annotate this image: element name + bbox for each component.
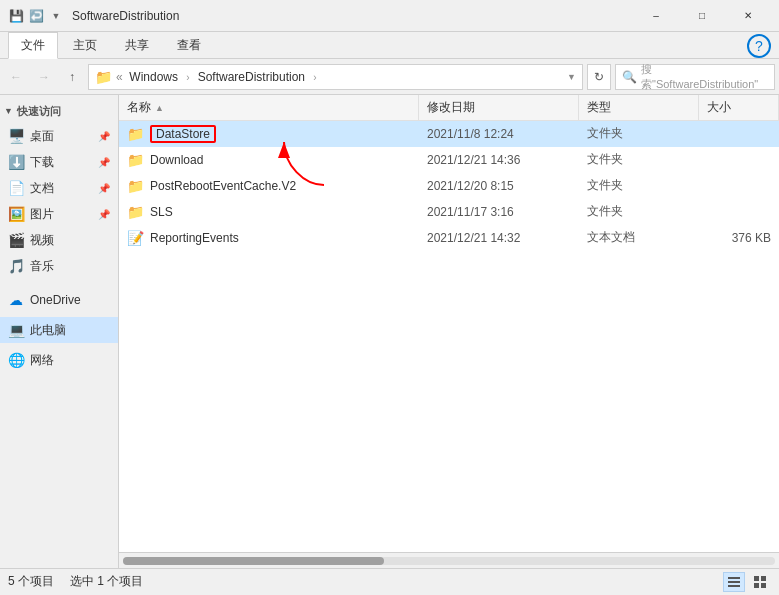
svg-rect-2	[728, 581, 740, 583]
help-button[interactable]: ?	[747, 34, 771, 58]
address-box[interactable]: 📁 « Windows › SoftwareDistribution › ▼	[88, 64, 583, 90]
main-content: ▼ 快速访问 🖥️ 桌面 📌 ⬇️ 下载 📌 📄 文档 📌 🖼️ 图片 📌 🎬 …	[0, 95, 779, 568]
file-row-datastore[interactable]: 📁 DataStore 2021/11/8 12:24 文件夹	[119, 121, 779, 147]
search-box[interactable]: 🔍 搜索"SoftwareDistribution"	[615, 64, 775, 90]
breadcrumb-chevron1: ›	[183, 72, 192, 83]
undo-icon[interactable]: ↩️	[28, 8, 44, 24]
file-icon-reporting: 📝	[127, 230, 144, 246]
sidebar-item-downloads[interactable]: ⬇️ 下载 📌	[0, 149, 118, 175]
forward-button[interactable]: →	[32, 65, 56, 89]
quick-access-group[interactable]: ▼ 快速访问	[0, 99, 118, 123]
col-header-name[interactable]: 名称 ▲	[119, 95, 419, 120]
music-icon: 🎵	[8, 258, 24, 274]
file-name-datastore: 📁 DataStore	[119, 121, 419, 146]
file-date-postreboot: 2021/12/20 8:15	[419, 173, 579, 198]
breadcrumb-windows[interactable]: Windows	[129, 70, 178, 84]
file-type-reporting: 文本文档	[579, 225, 699, 250]
h-scrollbar[interactable]	[119, 552, 779, 568]
sidebar-item-thispc[interactable]: 💻 此电脑	[0, 317, 118, 343]
folder-icon-sls: 📁	[127, 204, 144, 220]
sidebar: ▼ 快速访问 🖥️ 桌面 📌 ⬇️ 下载 📌 📄 文档 📌 🖼️ 图片 📌 🎬 …	[0, 95, 119, 568]
folder-icon-datastore: 📁	[127, 126, 144, 142]
folder-icon-postreboot: 📁	[127, 178, 144, 194]
col-size-label: 大小	[707, 99, 731, 116]
sidebar-documents-label: 文档	[30, 180, 54, 197]
file-name-reporting: 📝 ReportingEvents	[119, 225, 419, 250]
file-size-postreboot	[699, 173, 779, 198]
window-controls: – □ ✕	[633, 0, 771, 32]
maximize-button[interactable]: □	[679, 0, 725, 32]
title-bar: 💾 ↩️ ▼ SoftwareDistribution – □ ✕	[0, 0, 779, 32]
save-icon[interactable]: 💾	[8, 8, 24, 24]
sidebar-item-pictures[interactable]: 🖼️ 图片 📌	[0, 201, 118, 227]
sidebar-item-network[interactable]: 🌐 网络	[0, 347, 118, 373]
back-button[interactable]: ←	[4, 65, 28, 89]
pin-icon-pic: 📌	[98, 209, 110, 220]
pin-icon-dl: 📌	[98, 157, 110, 168]
downloads-icon: ⬇️	[8, 154, 24, 170]
tab-file[interactable]: 文件	[8, 32, 58, 59]
large-icons-view-button[interactable]	[749, 572, 771, 592]
scrollbar-thumb[interactable]	[123, 557, 384, 565]
tab-share[interactable]: 共享	[112, 32, 162, 58]
up-button[interactable]: ↑	[60, 65, 84, 89]
svg-rect-5	[761, 576, 766, 581]
close-button[interactable]: ✕	[725, 0, 771, 32]
breadcrumb-softdist[interactable]: SoftwareDistribution	[198, 70, 305, 84]
file-type-download: 文件夹	[579, 147, 699, 172]
file-date-sls: 2021/11/17 3:16	[419, 199, 579, 224]
details-view-button[interactable]	[723, 572, 745, 592]
file-name-postreboot: 📁 PostRebootEventCache.V2	[119, 173, 419, 198]
svg-rect-6	[754, 583, 759, 588]
sidebar-downloads-label: 下载	[30, 154, 54, 171]
window-title: SoftwareDistribution	[72, 9, 633, 23]
tab-view[interactable]: 查看	[164, 32, 214, 58]
file-date-download: 2021/12/21 14:36	[419, 147, 579, 172]
folder-nav-icon: 📁	[95, 69, 112, 85]
large-icons-view-icon	[753, 575, 767, 589]
file-size-download	[699, 147, 779, 172]
svg-rect-7	[761, 583, 766, 588]
file-size-datastore	[699, 121, 779, 146]
file-list-area: 名称 ▲ 修改日期 类型 大小 📁 DataStore	[119, 95, 779, 552]
quick-access-label: 快速访问	[17, 104, 61, 119]
search-placeholder: 搜索"SoftwareDistribution"	[641, 62, 768, 92]
onedrive-icon: ☁	[8, 292, 24, 308]
sidebar-videos-label: 视频	[30, 232, 54, 249]
refresh-button[interactable]: ↻	[587, 64, 611, 90]
view-buttons	[723, 572, 771, 592]
sidebar-item-music[interactable]: 🎵 音乐	[0, 253, 118, 279]
file-row-download[interactable]: 📁 Download 2021/12/21 14:36 文件夹	[119, 147, 779, 173]
documents-icon: 📄	[8, 180, 24, 196]
videos-icon: 🎬	[8, 232, 24, 248]
file-row-sls[interactable]: 📁 SLS 2021/11/17 3:16 文件夹	[119, 199, 779, 225]
thispc-icon: 💻	[8, 322, 24, 338]
sidebar-item-documents[interactable]: 📄 文档 📌	[0, 175, 118, 201]
col-type-label: 类型	[587, 99, 611, 116]
sls-name-label: SLS	[150, 205, 173, 219]
network-icon: 🌐	[8, 352, 24, 368]
address-dropdown-icon[interactable]: ▼	[567, 72, 576, 82]
sidebar-music-label: 音乐	[30, 258, 54, 275]
svg-rect-4	[754, 576, 759, 581]
breadcrumb: « Windows › SoftwareDistribution ›	[116, 70, 321, 84]
sidebar-item-videos[interactable]: 🎬 视频	[0, 227, 118, 253]
file-row-reporting[interactable]: 📝 ReportingEvents 2021/12/21 14:32 文本文档 …	[119, 225, 779, 251]
col-header-size[interactable]: 大小	[699, 95, 779, 120]
title-bar-quick-access: 💾 ↩️ ▼	[8, 8, 64, 24]
datastore-name-label: DataStore	[150, 125, 216, 143]
sidebar-item-onedrive[interactable]: ☁ OneDrive	[0, 287, 118, 313]
status-bar: 5 个项目 选中 1 个项目	[0, 568, 779, 594]
file-list-header: 名称 ▲ 修改日期 类型 大小	[119, 95, 779, 121]
sidebar-item-desktop[interactable]: 🖥️ 桌面 📌	[0, 123, 118, 149]
dropdown-icon[interactable]: ▼	[48, 8, 64, 24]
file-row-postreboot[interactable]: 📁 PostRebootEventCache.V2 2021/12/20 8:1…	[119, 173, 779, 199]
minimize-button[interactable]: –	[633, 0, 679, 32]
col-header-date[interactable]: 修改日期	[419, 95, 579, 120]
tab-home[interactable]: 主页	[60, 32, 110, 58]
sidebar-pictures-label: 图片	[30, 206, 54, 223]
folder-icon-download: 📁	[127, 152, 144, 168]
col-header-type[interactable]: 类型	[579, 95, 699, 120]
svg-rect-1	[728, 577, 740, 579]
sidebar-thispc-label: 此电脑	[30, 322, 66, 339]
